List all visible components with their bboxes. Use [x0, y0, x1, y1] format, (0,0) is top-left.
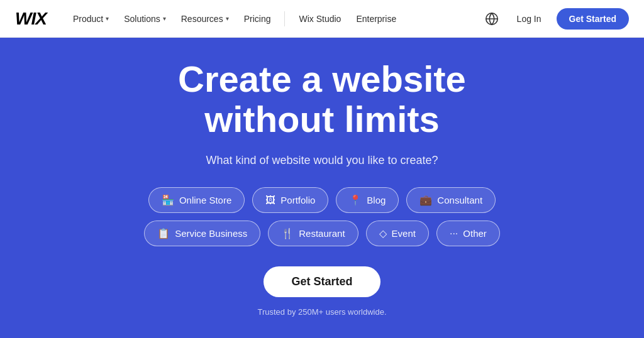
hero-subtitle: What kind of website would you like to c…	[206, 154, 438, 167]
get-started-nav-button[interactable]: Get Started	[557, 8, 629, 30]
category-service-business[interactable]: 📋 Service Business	[144, 221, 260, 246]
hero-section: Create a website without limits What kin…	[0, 38, 644, 338]
hero-title: Create a website without limits	[178, 59, 466, 139]
restaurant-icon: 🍴	[281, 227, 294, 239]
nav-right: Log In Get Started	[482, 8, 629, 30]
nav-item-solutions[interactable]: Solutions ▾	[118, 10, 172, 28]
category-event[interactable]: ◇ Event	[366, 221, 429, 246]
category-online-store[interactable]: 🏪 Online Store	[148, 187, 245, 213]
chevron-down-icon: ▾	[163, 15, 166, 22]
category-consultant[interactable]: 💼 Consultant	[406, 187, 496, 213]
blog-icon: 📍	[349, 194, 362, 206]
globe-icon	[485, 12, 499, 26]
category-row-2: 📋 Service Business 🍴 Restaurant ◇ Event …	[144, 221, 500, 246]
nav-item-enterprise[interactable]: Enterprise	[350, 10, 402, 28]
wix-logo[interactable]: WIX	[15, 9, 47, 29]
other-icon: ···	[450, 228, 458, 239]
chevron-down-icon: ▾	[226, 15, 229, 22]
service-icon: 📋	[157, 227, 170, 239]
consultant-icon: 💼	[419, 194, 432, 206]
category-portfolio[interactable]: 🖼 Portfolio	[252, 187, 328, 213]
nav-item-wix-studio[interactable]: Wix Studio	[292, 10, 347, 28]
nav-item-pricing[interactable]: Pricing	[238, 10, 277, 28]
nav-links: Product ▾ Solutions ▾ Resources ▾ Pricin…	[67, 10, 482, 28]
nav-item-resources[interactable]: Resources ▾	[175, 10, 235, 28]
category-restaurant[interactable]: 🍴 Restaurant	[268, 221, 358, 246]
navbar: WIX Product ▾ Solutions ▾ Resources ▾ Pr…	[0, 0, 644, 38]
nav-item-product[interactable]: Product ▾	[67, 10, 115, 28]
category-blog[interactable]: 📍 Blog	[336, 187, 399, 213]
store-icon: 🏪	[162, 194, 174, 206]
chevron-down-icon: ▾	[106, 15, 109, 22]
nav-divider	[284, 11, 285, 26]
get-started-hero-button[interactable]: Get Started	[264, 266, 380, 297]
event-icon: ◇	[379, 227, 387, 239]
category-row-1: 🏪 Online Store 🖼 Portfolio 📍 Blog 💼 Cons…	[144, 187, 500, 213]
category-other[interactable]: ··· Other	[436, 221, 500, 246]
category-buttons: 🏪 Online Store 🖼 Portfolio 📍 Blog 💼 Cons…	[144, 187, 500, 246]
portfolio-icon: 🖼	[265, 195, 275, 206]
login-button[interactable]: Log In	[512, 10, 547, 28]
trusted-text: Trusted by 250M+ users worldwide.	[257, 307, 386, 317]
language-button[interactable]	[482, 9, 502, 29]
